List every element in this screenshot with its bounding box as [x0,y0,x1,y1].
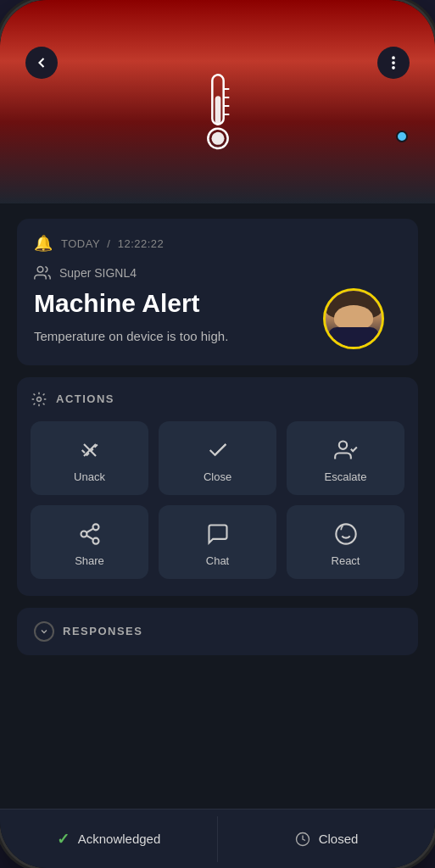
acknowledged-item[interactable]: ✓ Acknowledged [0,816,218,862]
svg-point-17 [81,531,86,537]
react-icon [334,522,358,546]
svg-point-15 [338,441,346,448]
svg-point-21 [336,524,355,543]
svg-line-20 [86,528,93,532]
svg-point-10 [211,132,224,145]
alert-time-text: TODAY / 12:22:22 [61,237,164,250]
closed-icon [295,832,310,847]
team-row: Super SIGNL4 [34,264,401,281]
react-button[interactable]: React [287,505,404,579]
svg-point-12 [37,397,42,401]
unack-label: Unack [74,470,105,483]
acknowledged-icon: ✓ [57,830,70,849]
svg-point-0 [393,57,394,58]
close-action-icon [206,438,230,462]
responses-bar: ✓ Acknowledged Closed [0,809,435,868]
share-label: Share [75,554,104,567]
closed-item[interactable]: Closed [218,818,435,860]
responses-header: RESPONSES [34,621,401,642]
responses-section-title: RESPONSES [63,625,142,637]
close-action-button[interactable]: Close [159,421,276,495]
team-name: Super SIGNL4 [59,266,137,280]
unack-button[interactable]: Unack [31,421,148,495]
thermometer-icon [197,68,239,156]
acknowledged-label: Acknowledged [78,832,161,846]
share-button[interactable]: Share [31,505,148,579]
actions-section: ACTIONS Unack [17,377,418,596]
responses-collapse-button[interactable] [34,621,54,642]
close-action-label: Close [204,470,231,483]
svg-point-18 [92,537,98,543]
unack-icon [78,438,102,462]
svg-point-16 [92,524,98,530]
actions-header: ACTIONS [31,391,404,408]
back-button[interactable] [25,47,58,79]
phone-frame: 🔔 TODAY / 12:22:22 Super SIGNL4 Machine … [0,0,435,868]
svg-rect-8 [215,96,220,124]
chat-icon [206,522,230,546]
escalate-icon [334,438,358,462]
responses-section: RESPONSES [17,608,418,655]
escalate-label: Escalate [325,470,367,483]
avatar[interactable] [323,288,384,349]
actions-grid: Unack Close Esc [31,421,404,579]
chat-label: Chat [206,554,229,567]
svg-line-19 [86,535,93,539]
actions-section-title: ACTIONS [56,392,114,405]
chat-button[interactable]: Chat [159,505,276,579]
avatar-status-dot [396,131,408,142]
svg-point-2 [393,67,394,69]
svg-point-1 [393,62,394,64]
bell-icon: 🔔 [34,234,53,253]
hero-section [0,0,435,203]
escalate-button[interactable]: Escalate [287,421,404,495]
more-options-button[interactable] [377,47,410,79]
closed-label: Closed [319,832,359,846]
share-icon [78,522,102,546]
react-label: React [332,554,360,567]
alert-time-row: 🔔 TODAY / 12:22:22 [34,234,401,253]
phone-screen: 🔔 TODAY / 12:22:22 Super SIGNL4 Machine … [0,0,435,868]
svg-point-11 [37,267,43,273]
